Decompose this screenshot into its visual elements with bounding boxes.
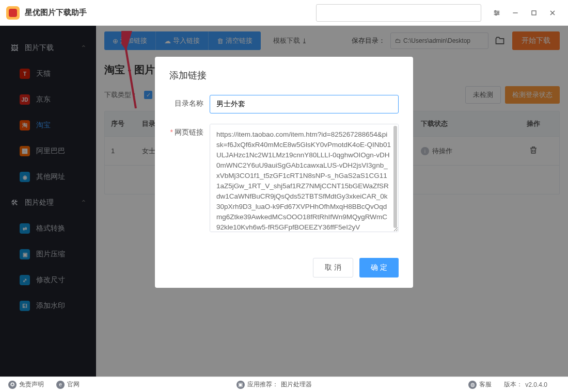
title-bar: 星优图片下载助手 <box>0 0 568 26</box>
settings-icon[interactable] <box>487 0 506 26</box>
app-logo <box>6 6 20 20</box>
scrollbar[interactable] <box>393 126 397 228</box>
modal-mask[interactable]: 添加链接 目录名称 *网页链接 https://item.taobao.com/… <box>0 26 568 377</box>
shield-icon: ✪ <box>8 381 17 389</box>
add-link-modal: 添加链接 目录名称 *网页链接 https://item.taobao.com/… <box>155 57 413 288</box>
ok-button[interactable]: 确 定 <box>359 258 399 277</box>
close-button[interactable] <box>543 0 562 26</box>
dir-name-label: 目录名称 <box>169 95 210 113</box>
cancel-button[interactable]: 取 消 <box>313 258 353 277</box>
app-icon: ▣ <box>236 381 245 389</box>
headset-icon: ◍ <box>468 381 477 389</box>
svg-point-3 <box>495 10 496 12</box>
title-search-input[interactable] <box>316 4 481 22</box>
dir-name-input[interactable] <box>210 95 399 113</box>
maximize-button[interactable] <box>525 0 543 26</box>
website-link[interactable]: e官网 <box>56 380 80 389</box>
minimize-button[interactable] <box>506 0 525 26</box>
recommend-link[interactable]: ▣应用推荐：图片处理器 <box>236 380 312 389</box>
svg-rect-7 <box>532 11 536 15</box>
service-link[interactable]: ◍客服 <box>468 380 492 389</box>
app-title: 星优图片下载助手 <box>25 8 87 18</box>
svg-point-4 <box>497 12 499 13</box>
link-label: *网页链接 <box>169 124 210 234</box>
version-label: 版本：v2.0.4.0 <box>504 380 547 389</box>
svg-point-5 <box>495 14 497 15</box>
link-textarea[interactable]: https://item.taobao.com/item.htm?id=8252… <box>210 124 399 232</box>
disclaimer-link[interactable]: ✪免责声明 <box>8 380 44 389</box>
globe-icon: e <box>56 381 65 389</box>
status-bar: ✪免责声明 e官网 ▣应用推荐：图片处理器 ◍客服 版本：v2.0.4.0 <box>0 377 568 392</box>
modal-title: 添加链接 <box>169 69 399 81</box>
